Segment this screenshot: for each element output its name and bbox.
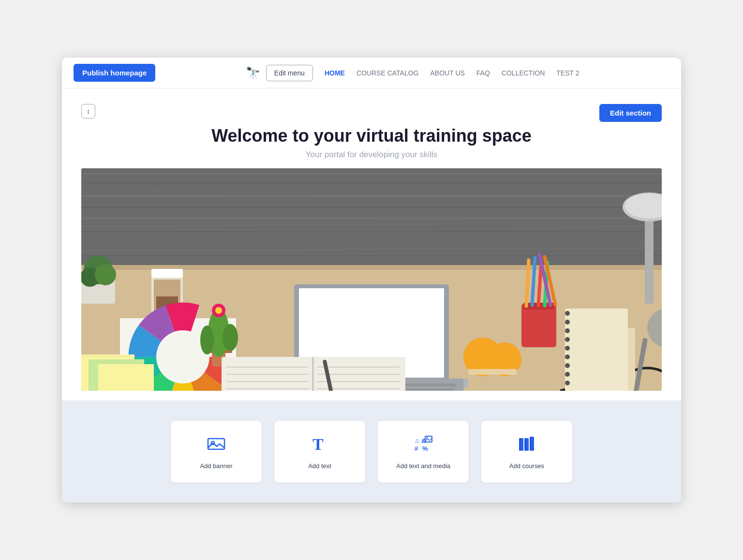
svg-point-81 [565,320,570,324]
svg-rect-56 [317,367,400,368]
svg-point-82 [565,328,570,333]
svg-rect-48 [91,362,120,362]
add-banner-label: Add banner [200,462,232,470]
nav-link-home[interactable]: HOME [325,69,345,77]
hero-title: Welcome to your virtual training space [81,126,662,146]
svg-rect-6 [81,217,662,219]
add-text-icon: T [310,434,329,457]
add-courses-icon [517,434,536,457]
svg-rect-7 [81,231,662,232]
svg-rect-111 [525,438,526,451]
hero-title-wrap: Welcome to your virtual training space Y… [81,126,662,160]
browser-frame: Publish homepage 🔭 Edit menu HOME COURSE… [62,58,681,502]
svg-rect-99 [208,439,224,449]
svg-rect-4 [81,195,662,197]
nav-link-test2[interactable]: TEST 2 [556,69,579,77]
telescope-icon: 🔭 [246,66,260,80]
add-text-media-label: Add text and media [396,462,450,470]
nav-link-course-catalog[interactable]: COURSE CATALOG [357,69,419,77]
svg-point-87 [565,372,570,377]
add-text-media-card[interactable]: ♫ & # % Add text and media [377,420,469,483]
nav-links: HOME COURSE CATALOG ABOUT US FAQ COLLECT… [325,69,580,77]
hero-controls: ↕ Edit section [81,104,662,122]
svg-point-34 [223,324,238,351]
svg-text:T: T [312,435,324,453]
svg-point-80 [565,311,570,316]
svg-rect-62 [521,304,556,347]
svg-text:%: % [422,445,428,452]
svg-text:♫: ♫ [415,437,419,444]
svg-point-83 [565,337,570,342]
svg-rect-46 [98,364,154,391]
svg-rect-2 [81,173,662,175]
nav-link-faq[interactable]: FAQ [476,69,490,77]
svg-rect-3 [81,183,662,184]
svg-rect-57 [317,374,400,375]
add-section: Add banner T Add text ♫ & # % [62,401,681,502]
svg-point-84 [565,346,570,351]
hero-section: ↕ Edit section Welcome to your virtual t… [62,88,681,401]
svg-rect-17 [151,269,183,278]
svg-rect-5 [81,207,662,208]
svg-rect-9 [81,255,662,256]
add-text-card[interactable]: T Add text [274,420,366,483]
svg-rect-53 [226,381,309,382]
svg-rect-47 [81,356,130,356]
add-banner-icon [207,434,226,457]
main-content: ↕ Edit section Welcome to your virtual t… [62,88,681,502]
hero-subtitle: Your portal for developing your skills [81,150,662,160]
top-nav: Publish homepage 🔭 Edit menu HOME COURSE… [62,58,681,88]
nav-link-about-us[interactable]: ABOUT US [431,69,465,77]
nav-link-collection[interactable]: COLLECTION [502,69,545,77]
svg-rect-113 [530,437,531,451]
svg-rect-52 [226,374,309,375]
hero-image [81,168,662,391]
publish-button[interactable]: Publish homepage [74,64,155,82]
add-courses-card[interactable]: Add courses [481,420,573,483]
edit-menu-button[interactable]: Edit menu [266,65,313,81]
move-section-button[interactable]: ↕ [81,104,95,118]
add-text-label: Add text [308,462,331,470]
add-banner-card[interactable]: Add banner [170,420,262,483]
svg-point-85 [565,354,570,359]
svg-point-86 [565,363,570,368]
svg-point-88 [565,381,570,385]
svg-text:#: # [415,445,418,452]
svg-line-64 [526,260,529,306]
svg-rect-51 [226,367,309,368]
svg-rect-79 [565,309,628,391]
add-courses-label: Add courses [509,462,544,470]
svg-rect-54 [226,388,309,389]
svg-point-36 [215,307,222,314]
svg-rect-50 [312,357,314,391]
svg-rect-8 [81,243,662,245]
svg-rect-72 [468,369,517,375]
nav-center: 🔭 Edit menu HOME COURSE CATALOG ABOUT US… [246,65,580,81]
add-text-media-icon: ♫ & # % [414,434,433,457]
svg-point-33 [200,325,214,354]
svg-point-15 [95,264,116,285]
edit-section-button[interactable]: Edit section [599,104,662,122]
svg-rect-109 [520,438,520,451]
